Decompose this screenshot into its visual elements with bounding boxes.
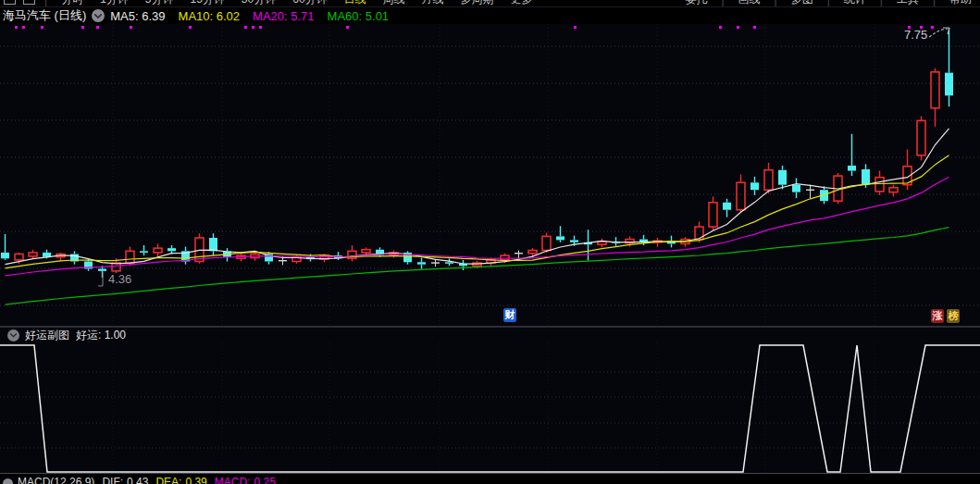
signal-subchart[interactable] <box>0 342 980 473</box>
period-toolbar[interactable]: | 分时1分钟5分钟15分钟30分钟60分钟日线周线月线多周期更多 委托|画线|… <box>0 0 980 7</box>
macd-status-bar[interactable]: MACD(12,26,9) DIF:0.43 DEA:0.39 MACD:0.2… <box>0 474 980 484</box>
toolbar-item-right-0[interactable]: 委托 <box>676 0 715 7</box>
subchart-metric: 好运: 1.00 <box>76 328 126 343</box>
rise-badge[interactable]: 涨 <box>931 309 944 323</box>
macd-title: MACD(12,26,9) <box>18 475 94 484</box>
window-icon[interactable] <box>4 0 16 5</box>
title-bar: 海马汽车 (日线) MA5: 6.39 MA10: 6.02 MA20: 5.7… <box>0 7 980 24</box>
toolbar-separator: | <box>721 0 724 6</box>
toolbar-separator: | <box>880 0 883 6</box>
candlestick-chart[interactable] <box>0 24 980 326</box>
subchart-header[interactable]: 好运副图 好运: 1.00 <box>0 328 980 342</box>
high-price-label: 7.75 <box>904 28 927 42</box>
ma20-readout: MA20: 5.71 <box>253 9 315 23</box>
toolbar-item-left-7[interactable]: 周线 <box>375 0 414 6</box>
toolbar-item-left-10[interactable]: 更多 <box>502 0 541 6</box>
toolbar-separator: | <box>933 0 936 6</box>
toolbar-item-right-5[interactable]: 帮助 <box>941 0 980 7</box>
toolbar-item-left-4[interactable]: 30分钟 <box>233 0 284 6</box>
ma60-readout: MA60: 5.01 <box>328 9 390 23</box>
collapse-circle-icon[interactable] <box>3 478 13 484</box>
toolbar-item-left-6[interactable]: 日线 <box>336 0 375 6</box>
toolbar-item-left-0[interactable]: 分时 <box>53 0 92 6</box>
finance-news-badge[interactable]: 财 <box>503 308 516 322</box>
macd-readout: MACD:0.25 <box>215 475 276 484</box>
toolbar-item-left-1[interactable]: 1分钟 <box>92 0 137 6</box>
stock-title: 海马汽车 (日线) <box>3 7 86 24</box>
toolbar-item-left-8[interactable]: 月线 <box>414 0 453 6</box>
toolbar-item-right-2[interactable]: 多图 <box>783 0 822 7</box>
ma10-readout: MA10: 6.02 <box>179 9 241 23</box>
low-price-label: 4.36 <box>108 272 131 286</box>
toolbar-item-right-4[interactable]: 工具 <box>888 0 927 7</box>
ma5-readout: MA5: 6.39 <box>110 9 165 23</box>
toolbar-item-right-1[interactable]: 画线 <box>730 0 769 7</box>
period-tabs: 分时1分钟5分钟15分钟30分钟60分钟日线周线月线多周期更多 <box>53 0 540 7</box>
toolbar-separator: | <box>827 0 830 6</box>
toolbar-separator: | <box>44 0 47 6</box>
trading-app-window: | 分时1分钟5分钟15分钟30分钟60分钟日线周线月线多周期更多 委托|画线|… <box>0 0 980 484</box>
toolbar-item-left-2[interactable]: 5分钟 <box>137 0 182 6</box>
toolbar-item-left-9[interactable]: 多周期 <box>453 0 502 6</box>
chevron-down-icon[interactable] <box>7 329 19 341</box>
chevron-down-icon[interactable] <box>92 9 105 22</box>
toolbar-actions: 委托|画线|多图|统计|工具|帮助 <box>676 0 980 7</box>
dif-readout: DIF:0.43 <box>102 475 148 484</box>
subchart-name: 好运副图 <box>25 328 69 343</box>
rank-badge[interactable]: 榜 <box>947 309 960 323</box>
toolbar-item-right-3[interactable]: 统计 <box>836 0 875 7</box>
toolbar-item-left-3[interactable]: 15分钟 <box>182 0 233 6</box>
toolbar-separator: | <box>775 0 777 6</box>
grid-icon[interactable] <box>23 0 35 5</box>
toolbar-item-left-5[interactable]: 60分钟 <box>284 0 335 6</box>
dea-readout: DEA:0.39 <box>155 475 206 484</box>
